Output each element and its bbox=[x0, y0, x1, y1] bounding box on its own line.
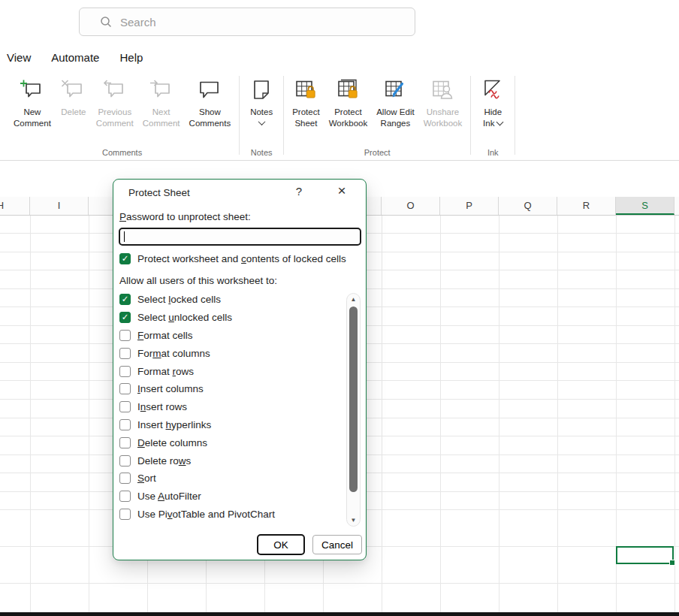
ribbon-group-comments: NewCommentDeletePreviousCommentNextComme… bbox=[9, 75, 235, 160]
button-label: Delete bbox=[61, 107, 86, 118]
active-cell[interactable] bbox=[616, 546, 674, 564]
scrollbar[interactable]: ▲ ▼ bbox=[346, 293, 361, 527]
search-input[interactable]: Search bbox=[79, 8, 415, 36]
column-header-R[interactable]: R bbox=[557, 197, 616, 215]
checkbox[interactable] bbox=[119, 401, 131, 412]
notes-button[interactable]: Notes bbox=[243, 75, 279, 131]
button-label: ProtectWorkbook bbox=[329, 107, 368, 129]
scroll-thumb[interactable] bbox=[349, 306, 358, 492]
button-label: ShowComments bbox=[189, 107, 231, 129]
permission-insert-rows[interactable]: Insert rows bbox=[119, 398, 345, 416]
permission-delete-rows[interactable]: Delete rows bbox=[119, 451, 345, 470]
ribbon-tab-bar: View Automate Help bbox=[0, 46, 143, 69]
checkbox[interactable] bbox=[119, 455, 131, 467]
button-label: Notes bbox=[250, 107, 273, 130]
permission-label: Use PivotTable and PivotChart bbox=[137, 509, 275, 520]
search-placeholder: Search bbox=[120, 16, 156, 29]
next-comment-button[interactable]: NextComment bbox=[138, 75, 185, 131]
protect-workbook-button[interactable]: ProtectWorkbook bbox=[324, 75, 373, 131]
protect-worksheet-label: Protect worksheet and contents of locked… bbox=[137, 253, 346, 264]
permission-use-autofilter[interactable]: Use AutoFilter bbox=[119, 488, 345, 506]
permission-delete-columns[interactable]: Delete columns bbox=[119, 433, 345, 451]
delete-button[interactable]: Delete bbox=[56, 75, 92, 119]
permission-use-pivottable-and-pivotchart[interactable]: Use PivotTable and PivotChart bbox=[119, 506, 345, 524]
help-button[interactable]: ? bbox=[292, 185, 306, 198]
checkbox[interactable] bbox=[119, 419, 131, 430]
column-header-P[interactable]: P bbox=[440, 197, 499, 215]
protect-worksheet-checkbox[interactable]: ✓ bbox=[119, 253, 131, 264]
permission-format-rows[interactable]: Format rows bbox=[119, 362, 345, 380]
unshare-workbook-icon bbox=[429, 77, 456, 104]
ok-button[interactable]: OK bbox=[257, 534, 305, 555]
button-label: NewComment bbox=[14, 107, 51, 129]
scroll-up-arrow[interactable]: ▲ bbox=[347, 296, 360, 303]
show-comments-icon bbox=[196, 77, 223, 104]
ribbon: NewCommentDeletePreviousCommentNextComme… bbox=[0, 69, 679, 161]
permission-format-columns[interactable]: Format columns bbox=[119, 344, 345, 362]
permission-select-locked-cells[interactable]: ✓Select locked cells bbox=[119, 291, 345, 309]
scroll-down-arrow[interactable]: ▼ bbox=[347, 517, 360, 524]
new-comment-icon bbox=[19, 77, 46, 104]
checkbox[interactable]: ✓ bbox=[119, 294, 131, 305]
protect-worksheet-option[interactable]: ✓ Protect worksheet and contents of lock… bbox=[119, 253, 346, 264]
delete-comment-icon bbox=[60, 77, 87, 104]
chevron-down-icon bbox=[258, 118, 265, 125]
permission-label: Insert columns bbox=[137, 383, 204, 394]
next-comment-icon bbox=[148, 77, 175, 104]
permission-format-cells[interactable]: Format cells bbox=[119, 327, 345, 345]
checkbox[interactable] bbox=[119, 509, 131, 520]
show-comments-button[interactable]: ShowComments bbox=[185, 75, 236, 131]
checkbox[interactable] bbox=[119, 330, 131, 341]
column-header-O[interactable]: O bbox=[382, 197, 440, 215]
close-icon[interactable]: × bbox=[334, 183, 349, 199]
permission-label: Sort bbox=[137, 473, 156, 484]
hide-ink-button[interactable]: HideInk bbox=[475, 75, 511, 131]
checkbox[interactable] bbox=[119, 491, 131, 502]
permission-select-unlocked-cells[interactable]: ✓Select unlocked cells bbox=[119, 309, 345, 327]
permission-insert-columns[interactable]: Insert columns bbox=[119, 380, 345, 398]
permission-label: Select locked cells bbox=[137, 294, 221, 305]
button-label: NextComment bbox=[143, 107, 180, 129]
ribbon-group-notes: NotesNotes bbox=[243, 75, 279, 160]
permission-label: Insert hyperlinks bbox=[137, 419, 211, 430]
column-header-S[interactable]: S bbox=[616, 197, 674, 215]
button-label: PreviousComment bbox=[96, 107, 134, 129]
column-header-I[interactable]: I bbox=[30, 197, 89, 215]
allow-edit-ranges-icon bbox=[382, 77, 409, 104]
checkbox[interactable] bbox=[119, 383, 131, 394]
tab-help[interactable]: Help bbox=[119, 51, 143, 64]
text-caret bbox=[124, 231, 125, 242]
new-comment-button[interactable]: NewComment bbox=[9, 75, 56, 131]
allow-edit-ranges-button[interactable]: Allow EditRanges bbox=[372, 75, 419, 131]
hide-ink-icon bbox=[479, 77, 506, 104]
unshare-workbook-button[interactable]: UnshareWorkbook bbox=[419, 75, 467, 131]
column-header-Q[interactable]: Q bbox=[499, 197, 557, 215]
previous-comment-button[interactable]: PreviousComment bbox=[92, 75, 138, 131]
checkbox[interactable]: ✓ bbox=[119, 312, 131, 323]
ribbon-group-ink: HideInkInk bbox=[475, 75, 511, 160]
checkbox[interactable] bbox=[119, 366, 131, 377]
tab-view[interactable]: View bbox=[7, 51, 31, 64]
column-header-T[interactable]: T bbox=[674, 197, 679, 215]
fill-handle[interactable] bbox=[669, 560, 675, 566]
checkbox[interactable] bbox=[119, 437, 131, 448]
protect-sheet-button[interactable]: ProtectSheet bbox=[288, 75, 324, 131]
group-separator bbox=[515, 76, 515, 155]
checkbox[interactable] bbox=[119, 348, 131, 359]
allow-users-label: Allow all users of this worksheet to: bbox=[119, 275, 277, 286]
ribbon-group-protect: ProtectSheetProtectWorkbookAllow EditRan… bbox=[288, 75, 466, 160]
permission-label: Select unlocked cells bbox=[137, 312, 232, 323]
button-label: Allow EditRanges bbox=[376, 107, 415, 129]
protect-workbook-icon bbox=[334, 77, 361, 104]
permission-label: Use AutoFilter bbox=[137, 491, 201, 502]
tab-automate[interactable]: Automate bbox=[51, 51, 99, 64]
ribbon-group-label: Notes bbox=[251, 148, 273, 160]
column-header-H[interactable]: H bbox=[0, 197, 30, 215]
password-input[interactable] bbox=[119, 228, 361, 246]
cancel-button[interactable]: Cancel bbox=[312, 535, 362, 554]
permission-label: Delete rows bbox=[137, 455, 191, 467]
checkbox[interactable] bbox=[119, 473, 131, 484]
permission-label: Delete columns bbox=[137, 437, 207, 448]
permission-sort[interactable]: Sort bbox=[119, 470, 345, 488]
permission-insert-hyperlinks[interactable]: Insert hyperlinks bbox=[119, 416, 345, 434]
